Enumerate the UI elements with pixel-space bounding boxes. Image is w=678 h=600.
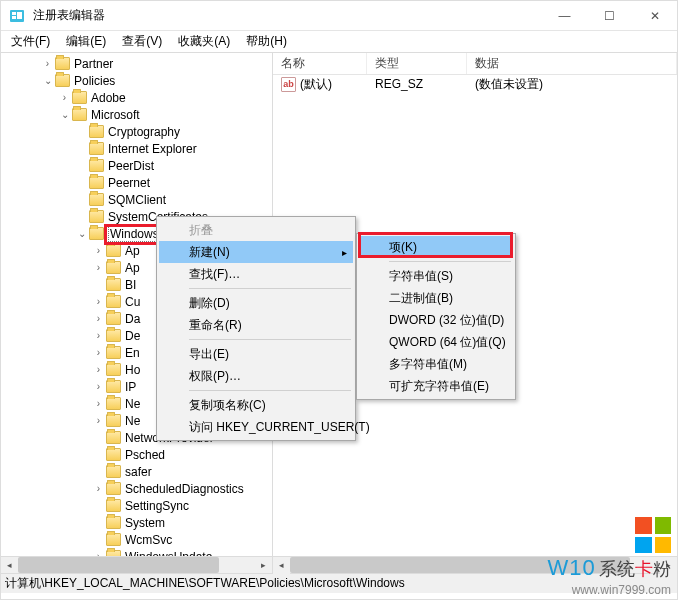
menu-separator xyxy=(389,261,511,262)
folder-icon xyxy=(106,295,121,308)
tree-node[interactable]: safer xyxy=(1,463,272,480)
tree-node[interactable]: ⌄Policies xyxy=(1,72,272,89)
menu-item-find[interactable]: 查找(F)… xyxy=(159,263,353,285)
scroll-right-button[interactable]: ▸ xyxy=(660,557,677,574)
folder-icon xyxy=(106,397,121,410)
collapse-icon[interactable]: ⌄ xyxy=(76,228,87,239)
expand-icon[interactable]: › xyxy=(59,92,70,103)
folder-icon xyxy=(106,448,121,461)
expand-icon[interactable]: › xyxy=(93,398,104,409)
folder-icon xyxy=(106,346,121,359)
expand-icon[interactable]: › xyxy=(93,296,104,307)
folder-icon xyxy=(72,108,87,121)
scroll-left-button[interactable]: ◂ xyxy=(273,557,290,574)
menu-item-label: 新建(N) xyxy=(189,244,230,261)
tree-node[interactable]: SettingSync xyxy=(1,497,272,514)
tree-node[interactable]: WcmSvc xyxy=(1,531,272,548)
tree-node[interactable]: Cryptography xyxy=(1,123,272,140)
scroll-left-button[interactable]: ◂ xyxy=(1,557,18,574)
expand-icon[interactable]: › xyxy=(42,58,53,69)
list-row[interactable]: ab (默认) REG_SZ (数值未设置) xyxy=(273,75,677,93)
expand-icon[interactable]: › xyxy=(93,483,104,494)
menu-item-goto-hkcu[interactable]: 访问 HKEY_CURRENT_USER(T) xyxy=(159,416,353,438)
tree-node[interactable]: ›Adobe xyxy=(1,89,272,106)
tree-node[interactable]: ›ScheduledDiagnostics xyxy=(1,480,272,497)
close-button[interactable]: ✕ xyxy=(632,1,677,31)
menu-edit[interactable]: 编辑(E) xyxy=(62,31,110,52)
menu-item-collapse[interactable]: 折叠 xyxy=(159,219,353,241)
expand-icon[interactable]: › xyxy=(93,347,104,358)
menu-item-rename[interactable]: 重命名(R) xyxy=(159,314,353,336)
tree-node[interactable]: SQMClient xyxy=(1,191,272,208)
menu-item-new-multistring[interactable]: 多字符串值(M) xyxy=(359,353,513,375)
expand-icon[interactable]: › xyxy=(93,330,104,341)
minimize-button[interactable]: — xyxy=(542,1,587,31)
status-path: 计算机\HKEY_LOCAL_MACHINE\SOFTWARE\Policies… xyxy=(5,575,405,592)
menu-item-new-qword64[interactable]: QWORD (64 位)值(Q) xyxy=(359,331,513,353)
folder-icon xyxy=(89,142,104,155)
value-data: (数值未设置) xyxy=(467,76,677,93)
scroll-thumb[interactable] xyxy=(18,557,219,573)
tree-node[interactable]: ⌄Microsoft xyxy=(1,106,272,123)
folder-icon xyxy=(106,312,121,325)
scroll-track[interactable] xyxy=(18,557,255,573)
menu-item-new-dword32[interactable]: DWORD (32 位)值(D) xyxy=(359,309,513,331)
value-name: (默认) xyxy=(300,76,332,93)
col-header-type[interactable]: 类型 xyxy=(367,53,467,74)
tree-node-label: Ap xyxy=(125,261,140,275)
expand-icon[interactable]: › xyxy=(93,364,104,375)
collapse-icon[interactable]: ⌄ xyxy=(59,109,70,120)
scroll-right-button[interactable]: ▸ xyxy=(255,557,272,574)
menu-item-new-key[interactable]: 项(K) xyxy=(359,236,513,258)
tree-node-label: Da xyxy=(125,312,140,326)
scroll-thumb[interactable] xyxy=(290,557,630,573)
tree-node-label: WcmSvc xyxy=(125,533,172,547)
expand-icon[interactable]: › xyxy=(93,262,104,273)
menu-item-new[interactable]: 新建(N) ▸ xyxy=(159,241,353,263)
list-h-scrollbar[interactable]: ◂ ▸ xyxy=(273,556,677,573)
maximize-button[interactable]: ☐ xyxy=(587,1,632,31)
tree-node[interactable]: System xyxy=(1,514,272,531)
tree-node[interactable]: Peernet xyxy=(1,174,272,191)
status-bar: 计算机\HKEY_LOCAL_MACHINE\SOFTWARE\Policies… xyxy=(1,573,677,593)
menu-file[interactable]: 文件(F) xyxy=(7,31,54,52)
app-icon xyxy=(9,8,25,24)
folder-icon xyxy=(106,278,121,291)
menu-item-copykeyname[interactable]: 复制项名称(C) xyxy=(159,394,353,416)
expand-icon[interactable]: › xyxy=(93,415,104,426)
tree-node[interactable]: Internet Explorer xyxy=(1,140,272,157)
menu-favorites[interactable]: 收藏夹(A) xyxy=(174,31,234,52)
menu-item-permissions[interactable]: 权限(P)… xyxy=(159,365,353,387)
menu-item-new-binary[interactable]: 二进制值(B) xyxy=(359,287,513,309)
tree-node-label: Cryptography xyxy=(108,125,180,139)
menu-item-delete[interactable]: 删除(D) xyxy=(159,292,353,314)
collapse-icon[interactable]: ⌄ xyxy=(42,75,53,86)
expand-icon[interactable]: › xyxy=(93,381,104,392)
menu-item-new-expandstring[interactable]: 可扩充字符串值(E) xyxy=(359,375,513,397)
folder-icon xyxy=(89,125,104,138)
tree-node-label: Psched xyxy=(125,448,165,462)
tree-node-label: safer xyxy=(125,465,152,479)
folder-icon xyxy=(89,176,104,189)
menu-view[interactable]: 查看(V) xyxy=(118,31,166,52)
col-header-name[interactable]: 名称 xyxy=(273,53,367,74)
list-header[interactable]: 名称 类型 数据 xyxy=(273,53,677,75)
expand-icon[interactable]: › xyxy=(93,245,104,256)
window-title: 注册表编辑器 xyxy=(33,7,105,24)
tree-h-scrollbar[interactable]: ◂ ▸ xyxy=(1,556,272,573)
folder-icon xyxy=(55,57,70,70)
expand-icon[interactable]: › xyxy=(93,313,104,324)
tree-node[interactable]: PeerDist xyxy=(1,157,272,174)
submenu-arrow-icon: ▸ xyxy=(342,247,347,258)
tree-node[interactable]: Psched xyxy=(1,446,272,463)
svg-rect-3 xyxy=(17,12,22,19)
menu-help[interactable]: 帮助(H) xyxy=(242,31,291,52)
folder-icon xyxy=(106,261,121,274)
tree-node-label: IP xyxy=(125,380,136,394)
tree-node[interactable]: ›Partner xyxy=(1,55,272,72)
col-header-data[interactable]: 数据 xyxy=(467,53,677,74)
folder-icon xyxy=(106,363,121,376)
scroll-track[interactable] xyxy=(290,557,660,573)
menu-item-new-string[interactable]: 字符串值(S) xyxy=(359,265,513,287)
menu-item-export[interactable]: 导出(E) xyxy=(159,343,353,365)
